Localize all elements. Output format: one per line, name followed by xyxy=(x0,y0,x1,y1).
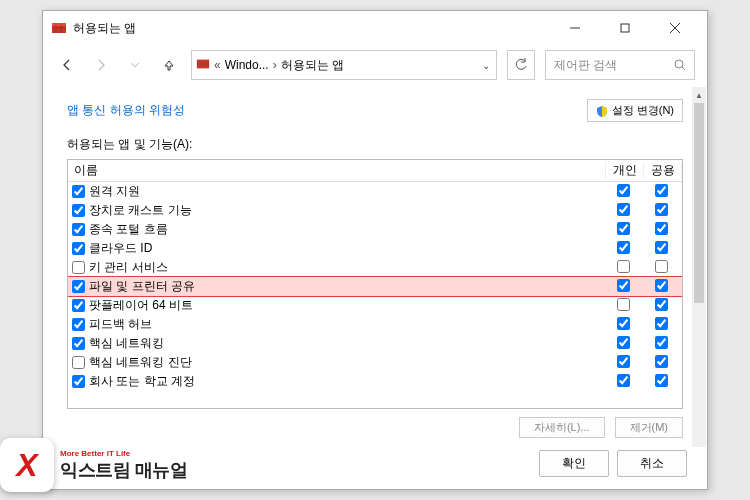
details-button[interactable]: 자세히(L)... xyxy=(519,417,605,438)
checkbox[interactable] xyxy=(617,279,630,292)
back-button[interactable] xyxy=(55,53,79,77)
checkbox[interactable] xyxy=(655,279,668,292)
titlebar: 허용되는 앱 xyxy=(43,11,707,45)
table-row[interactable]: 클라우드 ID xyxy=(68,239,682,258)
list-body: 원격 지원장치로 캐스트 기능종속 포털 흐름클라우드 ID키 관리 서비스파일… xyxy=(68,182,682,391)
checkbox[interactable] xyxy=(617,222,630,235)
risk-link[interactable]: 앱 통신 허용의 위험성 xyxy=(67,102,185,119)
search-icon xyxy=(674,59,686,71)
checkbox[interactable] xyxy=(655,222,668,235)
breadcrumb-item[interactable]: Windo... xyxy=(225,58,269,72)
minimize-button[interactable] xyxy=(559,16,591,40)
checkbox[interactable] xyxy=(617,317,630,330)
checkbox[interactable] xyxy=(617,374,630,387)
breadcrumb-item[interactable]: 허용되는 앱 xyxy=(281,57,344,74)
logo-text: More Better IT Life 익스트림 매뉴얼 xyxy=(60,449,187,482)
logo-subtitle: More Better IT Life xyxy=(60,449,187,458)
address-bar[interactable]: « Windo... › 허용되는 앱 ⌄ xyxy=(191,50,497,80)
checkbox[interactable] xyxy=(655,298,668,311)
checkbox[interactable] xyxy=(617,298,630,311)
up-button[interactable] xyxy=(157,53,181,77)
list-header: 이름 개인 공용 xyxy=(68,160,682,182)
dialog-buttons: 확인 취소 xyxy=(539,450,687,477)
cancel-button[interactable]: 취소 xyxy=(617,450,687,477)
table-row[interactable]: 회사 또는 학교 계정 xyxy=(68,372,682,391)
checkbox[interactable] xyxy=(617,184,630,197)
table-row[interactable]: 핵심 네트워킹 진단 xyxy=(68,353,682,372)
checkbox[interactable] xyxy=(617,355,630,368)
list-buttons: 자세히(L)... 제거(M) xyxy=(67,417,683,438)
row-enable-checkbox[interactable] xyxy=(72,337,85,350)
row-enable-checkbox[interactable] xyxy=(72,223,85,236)
checkbox[interactable] xyxy=(655,317,668,330)
section-label: 허용되는 앱 및 기능(A): xyxy=(67,136,683,153)
checkbox[interactable] xyxy=(655,260,668,273)
table-row[interactable]: 원격 지원 xyxy=(68,182,682,201)
firewall-icon xyxy=(196,57,210,74)
row-name: 핵심 네트워킹 진단 xyxy=(89,354,606,371)
table-row[interactable]: 피드백 허브 xyxy=(68,315,682,334)
checkbox[interactable] xyxy=(655,184,668,197)
firewall-icon xyxy=(51,20,67,36)
column-private[interactable]: 개인 xyxy=(606,162,644,179)
checkbox[interactable] xyxy=(655,355,668,368)
row-enable-checkbox[interactable] xyxy=(72,242,85,255)
breadcrumb-sep: « xyxy=(214,58,221,72)
search-input[interactable]: 제어판 검색 xyxy=(545,50,695,80)
scrollbar[interactable]: ▲ xyxy=(692,87,706,447)
row-name: 피드백 허브 xyxy=(89,316,606,333)
top-row: 앱 통신 허용의 위험성 설정 변경(N) xyxy=(67,99,683,122)
column-public[interactable]: 공용 xyxy=(644,162,682,179)
checkbox[interactable] xyxy=(617,260,630,273)
row-enable-checkbox[interactable] xyxy=(72,299,85,312)
checkbox[interactable] xyxy=(617,203,630,216)
change-settings-button[interactable]: 설정 변경(N) xyxy=(587,99,683,122)
checkbox[interactable] xyxy=(655,336,668,349)
apps-listbox: 이름 개인 공용 원격 지원장치로 캐스트 기능종속 포털 흐름클라우드 ID키… xyxy=(67,159,683,409)
checkbox[interactable] xyxy=(655,203,668,216)
svg-point-11 xyxy=(675,60,683,68)
row-enable-checkbox[interactable] xyxy=(72,356,85,369)
search-placeholder: 제어판 검색 xyxy=(554,57,674,74)
ok-button[interactable]: 확인 xyxy=(539,450,609,477)
row-enable-checkbox[interactable] xyxy=(72,261,85,274)
table-row[interactable]: 팟플레이어 64 비트 xyxy=(68,296,682,315)
scroll-thumb[interactable] xyxy=(694,103,704,303)
row-enable-checkbox[interactable] xyxy=(72,318,85,331)
table-row[interactable]: 장치로 캐스트 기능 xyxy=(68,201,682,220)
table-row[interactable]: 종속 포털 흐름 xyxy=(68,220,682,239)
chevron-right-icon: › xyxy=(273,58,277,72)
recent-button[interactable] xyxy=(123,53,147,77)
shield-icon xyxy=(596,105,608,117)
row-enable-checkbox[interactable] xyxy=(72,280,85,293)
table-row[interactable]: 키 관리 서비스 xyxy=(68,258,682,277)
column-name[interactable]: 이름 xyxy=(68,162,606,179)
svg-line-12 xyxy=(682,67,685,70)
checkbox[interactable] xyxy=(617,336,630,349)
table-row[interactable]: 핵심 네트워킹 xyxy=(68,334,682,353)
row-enable-checkbox[interactable] xyxy=(72,204,85,217)
chevron-down-icon[interactable]: ⌄ xyxy=(482,60,492,71)
maximize-button[interactable] xyxy=(609,16,641,40)
forward-button[interactable] xyxy=(89,53,113,77)
toolbar: « Windo... › 허용되는 앱 ⌄ 제어판 검색 xyxy=(43,45,707,85)
content: 앱 통신 허용의 위험성 설정 변경(N) 허용되는 앱 및 기능(A): 이름… xyxy=(43,85,707,438)
close-button[interactable] xyxy=(659,16,691,40)
window: 허용되는 앱 « Windo... › 허용되는 앱 ⌄ 제어판 검색 앱 통신… xyxy=(42,10,708,490)
logo-x-icon: X xyxy=(16,447,37,484)
svg-rect-6 xyxy=(621,24,629,32)
row-name: 클라우드 ID xyxy=(89,240,606,257)
table-row[interactable]: 파일 및 프린터 공유 xyxy=(68,277,682,296)
window-controls xyxy=(559,16,699,40)
remove-button[interactable]: 제거(M) xyxy=(615,417,684,438)
row-enable-checkbox[interactable] xyxy=(72,375,85,388)
svg-rect-1 xyxy=(52,23,66,26)
checkbox[interactable] xyxy=(617,241,630,254)
row-name: 키 관리 서비스 xyxy=(89,259,606,276)
row-enable-checkbox[interactable] xyxy=(72,185,85,198)
row-name: 팟플레이어 64 비트 xyxy=(89,297,606,314)
checkbox[interactable] xyxy=(655,374,668,387)
refresh-button[interactable] xyxy=(507,50,535,80)
checkbox[interactable] xyxy=(655,241,668,254)
scroll-up-icon[interactable]: ▲ xyxy=(692,87,706,103)
